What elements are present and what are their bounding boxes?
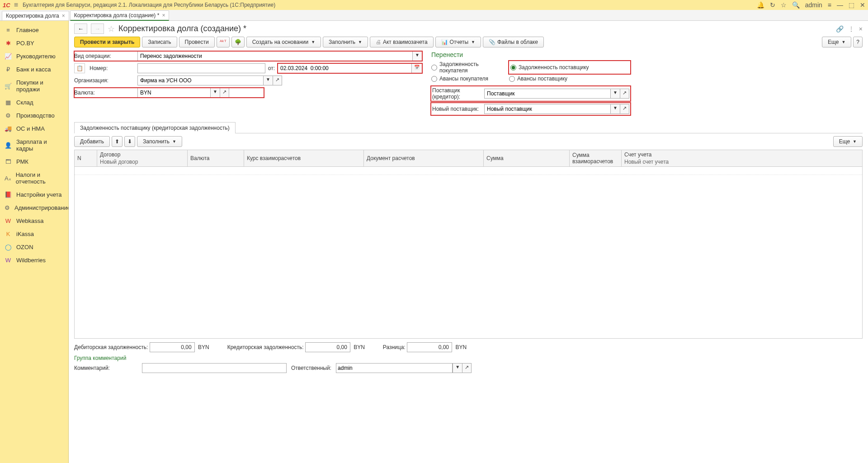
sidebar-item-tax[interactable]: AₓНалоги и отчетность <box>0 168 68 188</box>
ozon-icon: ◯ <box>5 244 12 250</box>
open-icon[interactable]: ↗ <box>273 76 282 85</box>
open-icon[interactable]: ↗ <box>462 363 472 373</box>
open-icon[interactable]: ↗ <box>620 89 629 99</box>
org-input[interactable] <box>137 76 263 85</box>
calendar-picker-icon[interactable]: 📅 <box>411 63 422 73</box>
table-body[interactable] <box>74 167 863 339</box>
sidebar-item-hr[interactable]: 👤Зарплата и кадры <box>0 135 68 155</box>
number-input[interactable] <box>137 63 265 73</box>
radio-buyer-debt[interactable]: Задолженность покупателя <box>431 61 504 74</box>
sidebar-item-ikassa[interactable]: KiKassa <box>0 227 68 241</box>
more-icon[interactable]: ⋮ <box>848 25 854 33</box>
col-account[interactable]: Счет учетаНовый счет учета <box>622 150 863 167</box>
col-n[interactable]: N <box>75 150 97 167</box>
help-button[interactable]: ? <box>853 37 863 47</box>
comment-group-toggle[interactable]: Группа комментарий <box>74 355 863 361</box>
settings-icon[interactable]: ≡ <box>828 1 831 9</box>
add-button[interactable]: Добавить <box>74 136 110 147</box>
app-logo: 1C <box>3 2 10 9</box>
currency-input[interactable] <box>137 88 210 98</box>
responsible-input[interactable] <box>336 363 453 373</box>
credit-label: Кредиторская задолженность: <box>227 344 304 350</box>
radio-supplier-debt[interactable]: Задолженность поставщику <box>509 61 630 74</box>
open-icon[interactable]: ↗ <box>620 104 629 114</box>
col-rate[interactable]: Курс взаиморасчетов <box>244 150 364 167</box>
maximize-icon[interactable]: ⬚ <box>849 1 854 9</box>
structure-button[interactable]: 🌳 <box>231 37 245 47</box>
sidebar-item-admin[interactable]: ⚙Администрирование <box>0 201 68 214</box>
save-button[interactable]: Записать <box>142 37 177 47</box>
page-header: ← → ☆ Корректировка долга (создание) * 🔗… <box>74 24 863 34</box>
date-input[interactable] <box>278 63 411 73</box>
dropdown-icon[interactable]: ▼ <box>610 89 620 99</box>
fill-table-button[interactable]: Заполнить▼ <box>137 136 182 147</box>
calendar-icon[interactable]: 📋 <box>74 63 85 73</box>
tab-2[interactable]: Корректировка долга (создание) * × <box>70 10 170 21</box>
menu-icon[interactable]: ≡ <box>14 1 18 9</box>
user-label[interactable]: admin <box>805 1 822 9</box>
table-more-button[interactable]: Еще▼ <box>833 136 863 147</box>
sidebar-item-ozon[interactable]: ◯OZON <box>0 241 68 254</box>
radio-group: Задолженность покупателя Задолженность п… <box>431 61 630 82</box>
dropdown-icon[interactable]: ▼ <box>412 51 422 61</box>
chart-icon: 📈 <box>5 53 12 60</box>
radio-supplier-adv[interactable]: Авансы поставщику <box>509 76 630 82</box>
forward-button[interactable]: → <box>91 24 104 34</box>
col-contract[interactable]: ДоговорНовый договор <box>97 150 188 167</box>
debt-tab[interactable]: Задолженность поставщику (кредиторская з… <box>74 122 236 133</box>
col-doc[interactable]: Документ расчетов <box>364 150 484 167</box>
op-type-input[interactable] <box>137 51 412 61</box>
move-down-button[interactable]: ⬇ <box>124 136 135 147</box>
dt-kt-button[interactable]: ᴬᵏᵀ <box>217 37 230 47</box>
reports-button[interactable]: 📊Отчеты▼ <box>435 37 481 47</box>
history-icon[interactable]: ↻ <box>770 1 775 9</box>
files-button[interactable]: 📎Файлы в облаке <box>483 37 544 47</box>
sidebar-item-wildberries[interactable]: WWildberries <box>0 254 68 267</box>
sidebar-item-warehouse[interactable]: ▦Склад <box>0 96 68 109</box>
fill-button[interactable]: Заполнить▼ <box>323 37 368 47</box>
dropdown-icon[interactable]: ▼ <box>210 88 220 98</box>
gear-icon: ⚙ <box>5 204 10 211</box>
move-up-button[interactable]: ⬆ <box>112 136 123 147</box>
sidebar-item-production[interactable]: ⚙Производство <box>0 109 68 122</box>
col-currency[interactable]: Валюта <box>188 150 244 167</box>
sidebar-item-sales[interactable]: 🛒Покупки и продажи <box>0 76 68 96</box>
close-icon[interactable]: ✕ <box>860 1 865 9</box>
dropdown-icon[interactable]: ▼ <box>453 363 462 373</box>
sidebar-item-poby[interactable]: ✱PO.BY <box>0 37 68 50</box>
tab-1[interactable]: Корректировка долга × <box>2 11 69 20</box>
open-icon[interactable]: ↗ <box>220 88 229 98</box>
supplier-input[interactable] <box>484 89 610 99</box>
k-icon: K <box>5 231 12 237</box>
new-supplier-input[interactable] <box>484 104 610 114</box>
link-icon[interactable]: 🔗 <box>836 25 844 33</box>
act-button[interactable]: 🖨Акт взаимозачета <box>370 37 434 47</box>
back-button[interactable]: ← <box>74 24 87 34</box>
minimize-icon[interactable]: — <box>837 1 843 9</box>
favorite-icon[interactable]: ☆ <box>108 24 115 34</box>
comment-input[interactable] <box>142 363 287 373</box>
sidebar-item-rmk[interactable]: 🗔РМК <box>0 155 68 168</box>
col-sum[interactable]: Сумма <box>484 150 570 167</box>
create-based-button[interactable]: Создать на основании▼ <box>246 37 321 47</box>
post-close-button[interactable]: Провести и закрыть <box>74 37 140 47</box>
tab-close-icon[interactable]: × <box>62 13 65 19</box>
post-button[interactable]: Провести <box>179 37 215 47</box>
dropdown-icon[interactable]: ▼ <box>263 76 273 85</box>
close-page-icon[interactable]: × <box>859 25 863 33</box>
sidebar-item-assets[interactable]: 🚚ОС и НМА <box>0 122 68 135</box>
sidebar-item-bank[interactable]: ₽Банк и касса <box>0 63 68 76</box>
search-icon[interactable]: 🔍 <box>792 1 800 9</box>
sidebar-item-main[interactable]: ≡Главное <box>0 24 68 37</box>
tab-close-icon[interactable]: × <box>162 12 165 19</box>
col-sum-settle[interactable]: Сумма взаиморасчетов <box>570 150 622 167</box>
sidebar-item-manager[interactable]: 📈Руководителю <box>0 50 68 63</box>
bell-icon[interactable]: 🔔 <box>757 1 764 9</box>
sidebar-item-settings[interactable]: 📕Настройки учета <box>0 188 68 201</box>
sidebar-item-webkassa[interactable]: WWebkassa <box>0 214 68 227</box>
dropdown-icon[interactable]: ▼ <box>610 104 620 114</box>
star-icon[interactable]: ☆ <box>781 1 787 9</box>
more-button[interactable]: Еще▼ <box>822 37 851 47</box>
radio-buyer-adv[interactable]: Авансы покупателя <box>431 76 504 82</box>
table-row[interactable] <box>75 167 862 175</box>
